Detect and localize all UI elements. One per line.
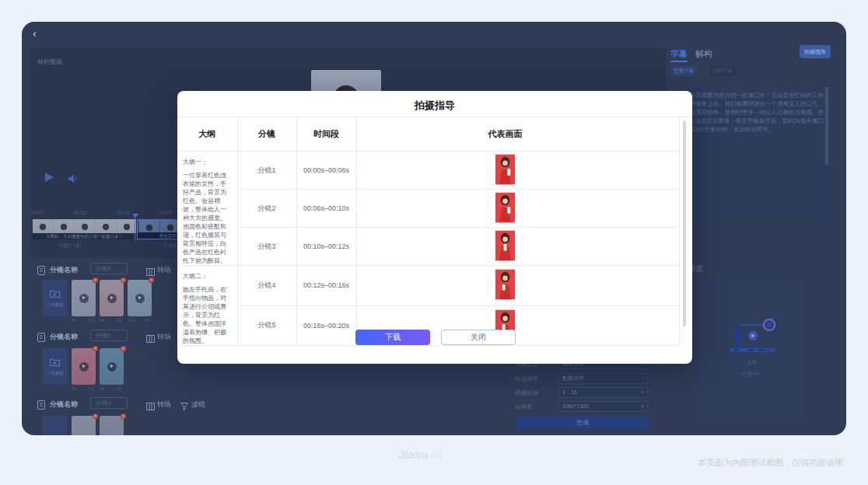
filter-button[interactable]: 滤镜 — [191, 400, 205, 410]
outline-cell: 大纲二： 她左手托底，右手指向物品，对其进行介绍或展示，背景为红色。整体画面洋溢… — [177, 266, 237, 346]
pill-shot-subtitle[interactable]: 分镜字幕 — [709, 65, 736, 76]
download-button[interactable]: 下载 — [355, 330, 430, 345]
table-row: 分镜3 00:10s–00:12s — [177, 228, 679, 266]
filter-icon[interactable] — [180, 400, 188, 413]
outline-cell: 大纲一： 一位穿着红色连衣裙的女性，手持产品，背景为红色。妆容精致，整体给人一种… — [177, 152, 237, 266]
pill-full-subtitle[interactable]: 完整字幕 — [670, 65, 697, 76]
section-name-input[interactable]: 分镜3 — [90, 330, 128, 341]
segment-label: 分镜1（5） — [58, 242, 84, 249]
time-cell: 00:12s–00:16s — [296, 266, 356, 306]
col-header-shot: 分镜 — [237, 117, 296, 152]
time-cell: 00:16s–00:20s — [296, 305, 356, 346]
section-name-label: 分镜名称 — [50, 332, 78, 342]
outline-title: 大纲二： — [183, 272, 233, 281]
remove-clip-icon[interactable]: × — [93, 277, 98, 283]
clip-play-icon[interactable] — [107, 294, 117, 303]
transition-button[interactable]: 转场 — [157, 265, 171, 275]
time-cell: 00:00s–00:06s — [296, 152, 356, 190]
timeline-segment-1[interactable]: 大家好，今天我要为您介绍一款漱口水！ — [33, 219, 136, 239]
transition-button[interactable]: 转场 — [157, 400, 171, 410]
chevron-right-icon: › — [642, 374, 644, 383]
generation-preview-card: 1/5 生成中... — [700, 278, 804, 418]
subtitle-scrollbar[interactable] — [825, 87, 828, 165]
clip-duration: 10s — [128, 318, 135, 323]
clip-duration: 4s — [100, 386, 104, 391]
remove-clip-icon[interactable]: × — [121, 413, 126, 419]
resolution-select[interactable]: 1080*1920▾ — [558, 401, 648, 412]
table-row: 分镜2 00:06s–00:10s — [177, 190, 679, 228]
brand-name: Jiasu — [398, 448, 428, 461]
outline-body: 一位穿着红色连衣裙的女性，手持产品，背景为红色。妆容精致，整体给人一种大方的感觉… — [183, 171, 233, 265]
clip-play-icon[interactable] — [107, 362, 117, 372]
subtitle-text-card: ，今天我要为您介绍一款漱口水！无论是在忙碌的工作 是享受美食过后，我们都希望拥有… — [681, 82, 832, 222]
close-button[interactable]: 关闭 — [441, 330, 516, 345]
table-row: 大纲二： 她左手托底，右手指向物品，对其进行介绍或展示，背景为红色。整体画面洋溢… — [177, 266, 679, 306]
tab-structure[interactable]: 解构 — [695, 48, 712, 60]
remove-clip-icon[interactable]: × — [93, 413, 98, 419]
back-icon[interactable]: ‹ — [33, 26, 37, 40]
shooting-guide-table: 大纲 分镜 时间段 代表画面 大纲一： 一位穿着红色连衣裙的女性，手持产品，背景… — [177, 117, 680, 346]
tab-underline — [670, 61, 688, 62]
clip-duration: 0s — [72, 318, 76, 323]
form-label: 视频比例 — [515, 389, 538, 397]
clip-thumbnail[interactable]: × — [100, 348, 124, 385]
shooting-guide-modal: 拍摄指导 大纲 分镜 时间段 代表画面 大纲一： 一位穿着红色连衣裙的女性，手持… — [177, 91, 692, 364]
remove-clip-icon[interactable]: × — [93, 346, 98, 351]
segment-label: 分镜2 — [163, 242, 177, 249]
modal-scrollbar[interactable] — [683, 120, 686, 326]
subtitle-line: 用方法也非常简单：每天早晚刷牙后，取约20毫升漱口 — [683, 117, 824, 125]
subtitle-line: ，今天我要为您介绍一款漱口水！无论是在忙碌的工作 — [684, 92, 824, 99]
subtitle-line: 口中含漱30秒，然后吐出即可。 — [692, 126, 775, 134]
section-name-input[interactable]: 分镜2 — [90, 263, 128, 274]
clip-thumbnail[interactable]: × — [72, 348, 96, 385]
form-label: 生成排序 — [515, 375, 538, 383]
volume-icon[interactable] — [68, 173, 79, 187]
generation-illustration — [725, 319, 779, 354]
clip-duration: 4s — [100, 318, 104, 323]
upload-material-card[interactable]: 上传素材 — [42, 280, 68, 316]
representative-frame-thumbnail — [495, 154, 515, 185]
upload-folder-icon — [50, 289, 60, 298]
shot-cell: 分镜3 — [237, 228, 296, 266]
clip-tag: A1 — [89, 386, 94, 391]
shooting-guide-button[interactable]: 拍摄指导 — [800, 45, 831, 58]
section-name-input[interactable]: 分镜3 — [90, 397, 128, 409]
clip-play-icon[interactable] — [135, 294, 145, 303]
remove-clip-icon[interactable]: × — [149, 277, 154, 283]
transition-icon[interactable] — [146, 332, 155, 346]
clip-thumbnail[interactable]: × — [72, 280, 96, 316]
subtitle-line: 是享受美食过后，我们都希望拥有一个清爽宜人的口气。 — [678, 100, 824, 108]
generation-order-select[interactable]: 配置排序› — [558, 373, 648, 384]
shot-cell: 分镜1 — [237, 152, 296, 190]
subtitle-line: 天然薄荷精华，使用时带来一种沁人心脾的凉爽感。使 — [684, 109, 824, 117]
form-value: 9：16 — [562, 388, 577, 397]
frame-cell — [356, 228, 679, 266]
frame-cell — [356, 152, 679, 190]
remove-clip-icon[interactable]: × — [121, 346, 126, 351]
upload-material-card[interactable]: 上传素材 — [42, 348, 68, 385]
clip-thumbnail[interactable]: × — [72, 416, 96, 435]
brand-suffix: AI — [431, 448, 442, 461]
upload-material-card[interactable] — [42, 416, 68, 435]
clip-play-icon[interactable] — [79, 362, 89, 372]
playhead-line — [135, 217, 135, 240]
transition-icon[interactable] — [146, 400, 155, 413]
footer-note: 本页面为内部测试截图，仅供功能说明 — [698, 457, 843, 469]
remove-clip-icon[interactable]: × — [121, 277, 126, 283]
segment-caption: 大家好，今天我要为您介绍一款漱口水！ — [33, 233, 136, 239]
play-icon[interactable] — [45, 173, 54, 182]
clip-thumbnail[interactable]: × — [100, 280, 124, 316]
timeline-tick: 00:00 — [31, 210, 44, 215]
outline-title: 大纲一： — [183, 158, 233, 166]
playhead-icon[interactable] — [132, 214, 138, 218]
storyboard-icon — [37, 399, 45, 413]
transition-button[interactable]: 转场 — [157, 332, 171, 342]
representative-frame-thumbnail — [495, 269, 515, 300]
tab-subtitle[interactable]: 字幕 — [670, 48, 688, 60]
aspect-ratio-select[interactable]: 9：16▾ — [558, 387, 648, 398]
clip-thumbnail[interactable]: × — [100, 416, 124, 435]
clip-play-icon[interactable] — [79, 294, 89, 303]
generate-button[interactable]: 生成 — [516, 417, 649, 429]
clip-thumbnail[interactable]: × — [128, 280, 152, 316]
timeline-tick: 00:04 — [117, 210, 129, 215]
